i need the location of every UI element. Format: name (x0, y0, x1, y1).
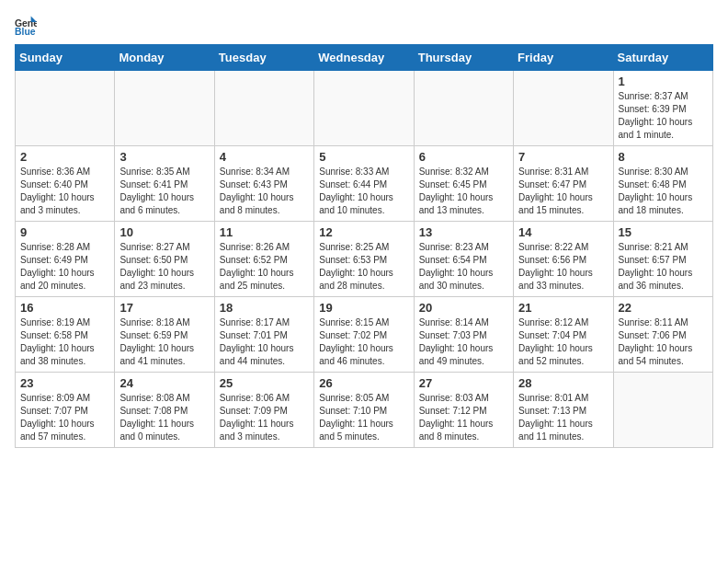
calendar-cell (613, 373, 712, 448)
calendar-header-tuesday: Tuesday (214, 45, 313, 71)
calendar-header-row: SundayMondayTuesdayWednesdayThursdayFrid… (16, 45, 713, 71)
day-info: Sunrise: 8:26 AM Sunset: 6:52 PM Dayligh… (220, 241, 309, 293)
svg-text:Blue: Blue (15, 27, 36, 37)
day-number: 25 (220, 376, 309, 390)
calendar-cell: 6Sunrise: 8:32 AM Sunset: 6:45 PM Daylig… (414, 146, 513, 222)
logo-icon: General Blue (15, 15, 37, 37)
calendar-week-row: 23Sunrise: 8:09 AM Sunset: 7:07 PM Dayli… (16, 373, 713, 448)
day-info: Sunrise: 8:23 AM Sunset: 6:54 PM Dayligh… (419, 241, 508, 293)
calendar-cell: 2Sunrise: 8:36 AM Sunset: 6:40 PM Daylig… (16, 146, 115, 222)
day-info: Sunrise: 8:37 AM Sunset: 6:39 PM Dayligh… (619, 90, 708, 142)
day-info: Sunrise: 8:30 AM Sunset: 6:48 PM Dayligh… (619, 166, 708, 217)
calendar-cell: 11Sunrise: 8:26 AM Sunset: 6:52 PM Dayli… (214, 222, 313, 297)
calendar-cell: 10Sunrise: 8:27 AM Sunset: 6:50 PM Dayli… (115, 222, 214, 297)
calendar-cell: 19Sunrise: 8:15 AM Sunset: 7:02 PM Dayli… (314, 297, 414, 373)
day-info: Sunrise: 8:28 AM Sunset: 6:49 PM Dayligh… (20, 241, 109, 293)
day-number: 18 (220, 301, 309, 315)
calendar-cell (214, 71, 313, 146)
day-number: 17 (119, 301, 209, 315)
calendar-cell: 7Sunrise: 8:31 AM Sunset: 6:47 PM Daylig… (514, 146, 613, 222)
day-info: Sunrise: 8:06 AM Sunset: 7:09 PM Dayligh… (220, 392, 309, 443)
day-info: Sunrise: 8:11 AM Sunset: 7:06 PM Dayligh… (619, 316, 708, 368)
day-info: Sunrise: 8:22 AM Sunset: 6:56 PM Dayligh… (518, 241, 608, 293)
calendar-cell: 17Sunrise: 8:18 AM Sunset: 6:59 PM Dayli… (115, 297, 214, 373)
day-info: Sunrise: 8:17 AM Sunset: 7:01 PM Dayligh… (220, 316, 309, 368)
day-number: 9 (20, 225, 109, 239)
calendar-cell: 16Sunrise: 8:19 AM Sunset: 6:58 PM Dayli… (16, 297, 115, 373)
calendar-cell: 21Sunrise: 8:12 AM Sunset: 7:04 PM Dayli… (514, 297, 613, 373)
calendar-cell: 4Sunrise: 8:34 AM Sunset: 6:43 PM Daylig… (214, 146, 313, 222)
day-number: 12 (319, 225, 408, 239)
day-number: 11 (220, 225, 309, 239)
calendar-cell: 13Sunrise: 8:23 AM Sunset: 6:54 PM Dayli… (414, 222, 513, 297)
day-info: Sunrise: 8:35 AM Sunset: 6:41 PM Dayligh… (119, 166, 209, 217)
day-info: Sunrise: 8:31 AM Sunset: 6:47 PM Dayligh… (518, 166, 608, 217)
day-info: Sunrise: 8:33 AM Sunset: 6:44 PM Dayligh… (319, 166, 408, 217)
day-info: Sunrise: 8:25 AM Sunset: 6:53 PM Dayligh… (319, 241, 408, 293)
calendar-cell: 9Sunrise: 8:28 AM Sunset: 6:49 PM Daylig… (16, 222, 115, 297)
day-info: Sunrise: 8:32 AM Sunset: 6:45 PM Dayligh… (419, 166, 508, 217)
calendar-cell: 5Sunrise: 8:33 AM Sunset: 6:44 PM Daylig… (314, 146, 414, 222)
day-number: 10 (119, 225, 209, 239)
day-number: 21 (518, 301, 608, 315)
day-number: 6 (419, 150, 508, 164)
day-number: 5 (319, 150, 408, 164)
calendar-cell (414, 71, 513, 146)
day-number: 2 (20, 150, 109, 164)
calendar-week-row: 2Sunrise: 8:36 AM Sunset: 6:40 PM Daylig… (16, 146, 713, 222)
calendar-cell: 28Sunrise: 8:01 AM Sunset: 7:13 PM Dayli… (514, 373, 613, 448)
day-number: 7 (518, 150, 608, 164)
day-info: Sunrise: 8:09 AM Sunset: 7:07 PM Dayligh… (20, 392, 109, 443)
day-number: 24 (119, 376, 209, 390)
day-info: Sunrise: 8:34 AM Sunset: 6:43 PM Dayligh… (220, 166, 309, 217)
day-number: 13 (419, 225, 508, 239)
calendar-cell: 22Sunrise: 8:11 AM Sunset: 7:06 PM Dayli… (613, 297, 712, 373)
day-number: 26 (319, 376, 408, 390)
day-info: Sunrise: 8:05 AM Sunset: 7:10 PM Dayligh… (319, 392, 408, 443)
calendar-cell: 3Sunrise: 8:35 AM Sunset: 6:41 PM Daylig… (115, 146, 214, 222)
calendar-cell (16, 71, 115, 146)
day-info: Sunrise: 8:18 AM Sunset: 6:59 PM Dayligh… (119, 316, 209, 368)
logo: General Blue (15, 15, 40, 37)
calendar-cell (115, 71, 214, 146)
calendar-header-thursday: Thursday (414, 45, 513, 71)
calendar-cell: 27Sunrise: 8:03 AM Sunset: 7:12 PM Dayli… (414, 373, 513, 448)
calendar-cell: 14Sunrise: 8:22 AM Sunset: 6:56 PM Dayli… (514, 222, 613, 297)
day-info: Sunrise: 8:08 AM Sunset: 7:08 PM Dayligh… (119, 392, 209, 443)
calendar-header-monday: Monday (115, 45, 214, 71)
day-number: 19 (319, 301, 408, 315)
day-number: 4 (220, 150, 309, 164)
day-info: Sunrise: 8:03 AM Sunset: 7:12 PM Dayligh… (419, 392, 508, 443)
calendar-header-sunday: Sunday (16, 45, 115, 71)
page-header: General Blue (15, 15, 713, 37)
calendar-week-row: 1Sunrise: 8:37 AM Sunset: 6:39 PM Daylig… (16, 71, 713, 146)
calendar-cell: 15Sunrise: 8:21 AM Sunset: 6:57 PM Dayli… (613, 222, 712, 297)
day-number: 8 (619, 150, 708, 164)
calendar-cell: 18Sunrise: 8:17 AM Sunset: 7:01 PM Dayli… (214, 297, 313, 373)
calendar-cell: 12Sunrise: 8:25 AM Sunset: 6:53 PM Dayli… (314, 222, 414, 297)
day-info: Sunrise: 8:21 AM Sunset: 6:57 PM Dayligh… (619, 241, 708, 293)
calendar-week-row: 9Sunrise: 8:28 AM Sunset: 6:49 PM Daylig… (16, 222, 713, 297)
day-info: Sunrise: 8:19 AM Sunset: 6:58 PM Dayligh… (20, 316, 109, 368)
calendar-cell: 26Sunrise: 8:05 AM Sunset: 7:10 PM Dayli… (314, 373, 414, 448)
day-number: 22 (619, 301, 708, 315)
day-number: 16 (20, 301, 109, 315)
day-number: 27 (419, 376, 508, 390)
calendar-header-saturday: Saturday (613, 45, 712, 71)
day-info: Sunrise: 8:15 AM Sunset: 7:02 PM Dayligh… (319, 316, 408, 368)
day-number: 3 (119, 150, 209, 164)
day-number: 1 (619, 75, 708, 88)
calendar-cell: 1Sunrise: 8:37 AM Sunset: 6:39 PM Daylig… (613, 71, 712, 146)
day-info: Sunrise: 8:01 AM Sunset: 7:13 PM Dayligh… (518, 392, 608, 443)
day-info: Sunrise: 8:36 AM Sunset: 6:40 PM Dayligh… (20, 166, 109, 217)
calendar-cell: 20Sunrise: 8:14 AM Sunset: 7:03 PM Dayli… (414, 297, 513, 373)
calendar-table: SundayMondayTuesdayWednesdayThursdayFrid… (15, 44, 713, 448)
calendar-cell: 25Sunrise: 8:06 AM Sunset: 7:09 PM Dayli… (214, 373, 313, 448)
day-info: Sunrise: 8:14 AM Sunset: 7:03 PM Dayligh… (419, 316, 508, 368)
calendar-cell (514, 71, 613, 146)
day-info: Sunrise: 8:12 AM Sunset: 7:04 PM Dayligh… (518, 316, 608, 368)
day-number: 14 (518, 225, 608, 239)
calendar-week-row: 16Sunrise: 8:19 AM Sunset: 6:58 PM Dayli… (16, 297, 713, 373)
calendar-header-wednesday: Wednesday (314, 45, 414, 71)
calendar-cell: 24Sunrise: 8:08 AM Sunset: 7:08 PM Dayli… (115, 373, 214, 448)
